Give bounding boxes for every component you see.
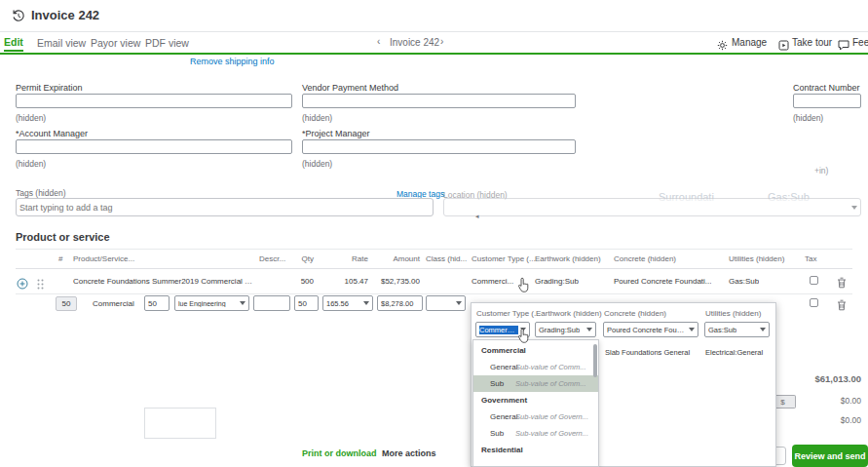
row2-qty-input[interactable] <box>144 295 170 311</box>
customer-type-select[interactable]: Commercial:S <box>475 322 530 337</box>
row2-desc-input[interactable] <box>253 295 290 311</box>
col-header-product: Product/Service... <box>73 254 134 263</box>
dropdown-option[interactable]: Sub Sub-value of Govern... <box>473 425 598 442</box>
trash-icon[interactable] <box>837 275 847 292</box>
row1-utilities-cell[interactable]: Gas:Sub <box>729 277 759 286</box>
remove-shipping-link[interactable]: Remove shipping info <box>190 57 275 66</box>
chevron-down-icon <box>363 301 369 305</box>
tab-payor-view[interactable]: Payor view <box>91 37 140 49</box>
row1-qty-cell[interactable]: 500 <box>292 277 314 286</box>
row1-concrete-cell[interactable]: Poured Concrete Foundati... <box>614 277 723 286</box>
more-actions-button[interactable]: More actions <box>382 448 436 458</box>
row2-rate-select[interactable]: 165.56 <box>322 295 373 311</box>
row-divider <box>16 293 852 294</box>
popup-col-customer-type: Customer Type (... <box>476 309 541 318</box>
tags-input[interactable] <box>16 198 434 216</box>
row2-qty2-input[interactable] <box>294 295 319 311</box>
invoice-editor-page: Invoice 242 Edit Email view Payor view P… <box>0 0 868 467</box>
concrete-option-text: Slab Foundations General <box>605 348 690 357</box>
earthwork-select[interactable]: Grading:Sub <box>535 322 596 337</box>
utilities-select-value: Gas:Sub <box>708 326 736 334</box>
contract-number-field[interactable] <box>793 94 861 108</box>
top-bar: Invoice 242 <box>0 0 868 32</box>
chevron-down-icon <box>456 301 462 305</box>
concrete-select[interactable]: Poured Concrete Foundati... <box>603 322 698 337</box>
row2-amount-input[interactable] <box>377 295 423 311</box>
popup-col-earthwork: Earthwork (hidden) <box>536 309 602 318</box>
project-manager-hint: (hidden) <box>302 159 332 169</box>
row2-vendor-value: lue Engineering <box>178 300 226 307</box>
col-header-concrete: Concrete (hidden) <box>614 254 676 263</box>
popup-col-utilities: Utilities (hidden) <box>705 309 761 318</box>
row1-customer-type-cell[interactable]: Commerci... <box>472 277 528 286</box>
row1-rate-cell[interactable]: 105.47 <box>329 277 368 286</box>
dropdown-option-selected[interactable]: Sub Sub-value of Comm... <box>473 375 598 392</box>
hscroll-left-arrow[interactable]: ◂ <box>475 213 479 220</box>
utilities-select[interactable]: Gas:Sub <box>704 322 770 337</box>
row2-class-select[interactable] <box>426 295 466 311</box>
permit-expiration-label: Permit Expiration <box>16 83 83 93</box>
col-header-utilities: Utilities (hidden) <box>729 254 784 263</box>
dropdown-group-residential: Residential <box>473 442 598 458</box>
review-and-send-button[interactable]: Review and send <box>792 445 868 467</box>
row2-product-cell[interactable]: Commercial <box>93 299 134 308</box>
dropdown-option[interactable]: General Sub-value of Comm... <box>473 359 598 375</box>
row2-rate-value: 165.56 <box>326 299 349 308</box>
dropdown-scrollbar[interactable] <box>593 344 597 377</box>
tab-email-view[interactable]: Email view <box>37 37 86 49</box>
tab-edit[interactable]: Edit <box>4 36 23 48</box>
pager-next-arrow[interactable]: › <box>440 36 443 47</box>
concrete-select-value: Poured Concrete Foundati... <box>607 326 687 334</box>
account-manager-hint: (hidden) <box>16 159 46 169</box>
row1-tax-checkbox[interactable] <box>810 276 818 285</box>
trash-icon[interactable] <box>837 297 847 315</box>
take-tour-button[interactable]: Take tour <box>792 37 832 48</box>
location-select[interactable] <box>443 198 861 216</box>
col-header-num: # <box>58 254 62 263</box>
popup-col-concrete: Concrete (hidden) <box>604 309 666 318</box>
grand-total-value: $61,013.00 <box>770 373 861 384</box>
discount-amount-value: $0.00 <box>799 396 861 406</box>
tab-pdf-view[interactable]: PDF view <box>145 37 189 49</box>
dropdown-option[interactable]: General Sub-value of Govern... <box>473 409 598 425</box>
account-manager-field[interactable] <box>16 139 292 154</box>
chevron-down-icon <box>760 328 766 331</box>
pager-prev-arrow[interactable]: ‹ <box>377 36 380 47</box>
col-header-amount: Amount <box>373 254 420 263</box>
page-title: Invoice 242 <box>31 8 99 22</box>
row1-earthwork-cell[interactable]: Grading:Sub <box>535 277 579 286</box>
earthwork-select-value: Grading:Sub <box>539 326 580 334</box>
col-header-rate: Rate <box>329 254 368 263</box>
col-header-qty: Qty <box>292 254 314 263</box>
vendor-payment-label: Vendor Payment Method <box>302 83 398 93</box>
row2-tax-checkbox[interactable] <box>810 298 818 307</box>
dropdown-group-government: Government <box>473 392 598 409</box>
chevron-down-icon <box>689 328 695 331</box>
project-manager-field[interactable] <box>302 139 576 154</box>
row1-product-cell[interactable]: Concrete Foundations Summer2019 Commerci… <box>73 277 253 286</box>
drag-handle-icon[interactable] <box>37 276 44 293</box>
vendor-payment-field[interactable] <box>302 94 576 108</box>
pager-title: Invoice 242 <box>390 37 439 48</box>
row2-vendor-select[interactable]: lue Engineering <box>174 295 249 311</box>
feedback-button[interactable]: Feed <box>852 37 868 48</box>
row1-amount-cell[interactable]: $52,735.00 <box>373 277 420 286</box>
row2-num-badge: 50 <box>56 296 77 311</box>
ghost-text-paren: +in) <box>814 166 828 175</box>
ghost-rectangle <box>144 408 216 439</box>
customer-type-select-value: Commercial:S <box>479 326 518 334</box>
project-manager-label: *Project Manager <box>302 129 370 138</box>
chevron-down-icon <box>520 328 526 331</box>
dropdown-group-commercial: Commercial <box>473 342 598 359</box>
permit-expiration-field[interactable] <box>16 94 292 108</box>
expand-row-icon[interactable] <box>17 276 28 293</box>
utilities-option-text: Electrical:General <box>705 348 763 357</box>
col-header-class: Class (hid... <box>426 254 467 263</box>
history-icon[interactable] <box>12 9 25 26</box>
col-header-tax: Tax <box>805 254 816 263</box>
manage-button[interactable]: Manage <box>732 37 767 48</box>
product-section-title: Product or service <box>16 231 110 243</box>
line-detail-popup: Customer Type (... Earthwork (hidden) Co… <box>471 302 776 467</box>
print-or-download-button[interactable]: Print or download <box>302 448 377 458</box>
contract-number-hint: (hidden) <box>793 113 823 123</box>
